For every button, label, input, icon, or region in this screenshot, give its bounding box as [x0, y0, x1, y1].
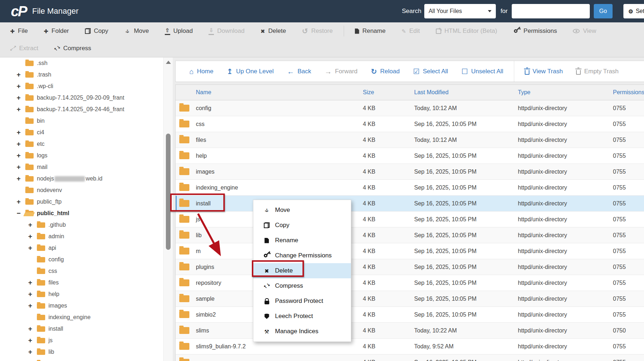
expand-icon[interactable]: +	[17, 71, 25, 79]
expand-icon[interactable]: +	[28, 221, 37, 229]
context-menu-manage-indices[interactable]: ⚒Manage Indices	[253, 324, 351, 339]
expand-icon[interactable]: +	[28, 244, 37, 252]
table-row-help[interactable]: help4 KBSep 16, 2025, 10:05 PMhttpd/unix…	[176, 148, 644, 164]
column-header-type[interactable]: Type	[518, 89, 613, 96]
sidebar-item-public-html[interactable]: −public_html	[0, 208, 163, 219]
toolbar-file-button[interactable]: ✚File	[10, 27, 28, 35]
context-menu-leech-protect[interactable]: Leech Protect	[253, 309, 351, 324]
table-row-lib[interactable]: lib4 KBSep 16, 2025, 10:05 PMhttpd/unix-…	[176, 227, 644, 243]
column-header-size[interactable]: Size	[363, 89, 414, 96]
sidebar-item-help[interactable]: +help	[0, 288, 163, 300]
context-menu-password-protect[interactable]: Password Protect	[253, 293, 351, 309]
sidebar-item-mail[interactable]: +mail	[0, 161, 163, 173]
toolbar-delete-button[interactable]: ✖Delete	[261, 27, 286, 35]
expand-icon[interactable]: +	[17, 129, 25, 136]
sidebar-item-wp-cli[interactable]: +.wp-cli	[0, 81, 163, 92]
expand-icon[interactable]: +	[17, 105, 25, 113]
table-row-simbio2[interactable]: simbio24 KBSep 16, 2025, 10:05 PMhttpd/u…	[176, 307, 644, 323]
context-menu-change-permissions[interactable]: Change Permissions	[253, 248, 351, 263]
sidebar-item-js[interactable]: +js	[0, 335, 163, 346]
expand-icon[interactable]: +	[28, 360, 37, 361]
sidebar-item-lib[interactable]: +lib	[0, 346, 163, 358]
table-row-slims9-bulian-9-7-2[interactable]: slims9_bulian-9.7.24 KBToday, 9:52 AMhtt…	[176, 339, 644, 355]
sidebar-item-config[interactable]: config	[0, 254, 163, 265]
go-button[interactable]: Go	[594, 4, 613, 18]
sidebar-item-m[interactable]: +m	[0, 358, 163, 361]
sidebar-item-backup-7-14-2025-09-24-46-frant[interactable]: +backup-7.14.2025_09-24-46_frant	[0, 104, 163, 115]
sidebar-item-trash[interactable]: +.trash	[0, 69, 163, 81]
sidebar-item-etc[interactable]: +etc	[0, 138, 163, 150]
toolbar-upload-button[interactable]: ⇧Upload	[165, 27, 193, 35]
sidebar-item-backup-7-14-2025-09-20-09-frant[interactable]: +backup-7.14.2025_09-20-09_frant	[0, 92, 163, 104]
sidebar-item-files[interactable]: +files	[0, 277, 163, 288]
expand-icon[interactable]: +	[28, 336, 37, 344]
nav-unselect-all-button[interactable]: ☐Unselect All	[461, 68, 503, 75]
sidebar-item-public-ftp[interactable]: +public_ftp	[0, 196, 163, 208]
sidebar-item-logs[interactable]: +logs	[0, 150, 163, 161]
toolbar-folder-button[interactable]: ✚Folder	[44, 27, 69, 35]
sidebar-item-nodejs[interactable]: +nodejsweb.id	[0, 173, 163, 184]
sidebar-item-api[interactable]: +api	[0, 242, 163, 254]
sidebar-item-ssh[interactable]: .ssh	[0, 57, 163, 69]
expand-icon[interactable]: +	[17, 163, 25, 171]
sidebar-item-images[interactable]: +images	[0, 300, 163, 312]
table-row-sample[interactable]: sample4 KBSep 16, 2025, 10:05 PMhttpd/un…	[176, 291, 644, 307]
expand-icon[interactable]: +	[28, 302, 37, 310]
column-header-last-modified[interactable]: Last Modified	[414, 89, 518, 96]
sidebar-item-indexing-engine[interactable]: indexing_engine	[0, 312, 163, 323]
expand-icon[interactable]: +	[17, 82, 25, 90]
nav-view-trash-button[interactable]: View Trash	[525, 68, 563, 75]
table-row-css[interactable]: css4 KBSep 16, 2025, 10:05 PMhttpd/unix-…	[176, 116, 644, 132]
context-menu-rename[interactable]: Rename	[253, 233, 351, 248]
sidebar-item-github[interactable]: +.github	[0, 219, 163, 231]
context-menu-copy[interactable]: Copy	[253, 218, 351, 233]
table-row-images[interactable]: images4 KBSep 16, 2025, 10:05 PMhttpd/un…	[176, 164, 644, 180]
sidebar-item-ci4[interactable]: +ci4	[0, 127, 163, 138]
column-header-permissions[interactable]: Permissions	[613, 89, 644, 96]
table-row-indexing-engine[interactable]: indexing_engine4 KBSep 16, 2025, 10:05 P…	[176, 180, 644, 196]
expand-icon[interactable]: +	[28, 348, 37, 356]
sidebar-item-bin[interactable]: bin	[0, 115, 163, 127]
scrollbar-thumb[interactable]	[166, 134, 171, 250]
table-row-js[interactable]: js4 KBSep 16, 2025, 10:05 PMhttpd/unix-d…	[176, 212, 644, 227]
table-row-partial[interactable]: 4 KBSep 16, 2025, 10:05 PMhttpd/unix-dir…	[176, 355, 644, 361]
toolbar-copy-button[interactable]: Copy	[85, 27, 108, 35]
expand-icon[interactable]: +	[28, 279, 37, 287]
table-row-slims[interactable]: slims4 KBToday, 10:22 AMhttpd/unix-direc…	[176, 323, 644, 339]
context-menu-delete[interactable]: ✖Delete	[253, 263, 351, 278]
nav-select-all-button[interactable]: ☑Select All	[413, 68, 448, 75]
nav-reload-button[interactable]: ↻Reload	[371, 68, 400, 75]
nav-home-button[interactable]: ⌂Home	[189, 68, 213, 75]
table-row-install[interactable]: install4 KBSep 16, 2025, 10:05 PMhttpd/u…	[176, 196, 644, 212]
table-row-repository[interactable]: repository4 KBSep 16, 2025, 10:05 PMhttp…	[176, 275, 644, 291]
sidebar-item-admin[interactable]: +admin	[0, 231, 163, 242]
table-row-m[interactable]: m4 KBSep 16, 2025, 10:05 PMhttpd/unix-di…	[176, 243, 644, 259]
sidebar-item-install[interactable]: +install	[0, 323, 163, 335]
table-row-config[interactable]: config4 KBToday, 10:12 AMhttpd/unix-dire…	[176, 100, 644, 116]
expand-icon[interactable]: +	[28, 290, 37, 298]
nav-back-button[interactable]: ←Back	[287, 68, 311, 75]
expand-icon[interactable]: +	[17, 198, 25, 206]
expand-icon[interactable]: +	[17, 140, 25, 148]
expand-icon[interactable]: +	[17, 175, 25, 183]
sidebar-item-css[interactable]: css	[0, 265, 163, 277]
nav-up-one-level-button[interactable]: ↥Up One Level	[227, 68, 274, 75]
toolbar-compress-button[interactable]: ↘↖Compress	[54, 45, 91, 52]
toolbar-move-button[interactable]: ↔↕Move	[124, 27, 149, 35]
scroll-up-arrow-icon[interactable]	[166, 61, 171, 64]
sidebar-item-nodevenv[interactable]: nodevenv	[0, 184, 163, 196]
expand-icon[interactable]: +	[28, 325, 37, 333]
toolbar-permissions-button[interactable]: Permissions	[513, 27, 557, 35]
settings-button[interactable]: ⚙ Settings	[623, 4, 644, 18]
expand-icon[interactable]: +	[28, 232, 37, 240]
search-input[interactable]	[512, 4, 590, 18]
table-row-plugins[interactable]: plugins4 KBSep 16, 2025, 10:05 PMhttpd/u…	[176, 259, 644, 275]
expand-icon[interactable]: +	[17, 94, 25, 102]
toolbar-rename-button[interactable]: Rename	[355, 27, 386, 35]
context-menu-compress[interactable]: ↘↖Compress	[253, 278, 351, 293]
table-row-files[interactable]: files4 KBToday, 10:12 AMhttpd/unix-direc…	[176, 132, 644, 148]
expand-icon[interactable]: +	[17, 152, 25, 160]
sidebar-scrollbar[interactable]	[163, 57, 173, 361]
search-scope-select[interactable]: All Your Files	[424, 4, 496, 18]
context-menu-move[interactable]: ↔↕Move	[253, 203, 351, 218]
